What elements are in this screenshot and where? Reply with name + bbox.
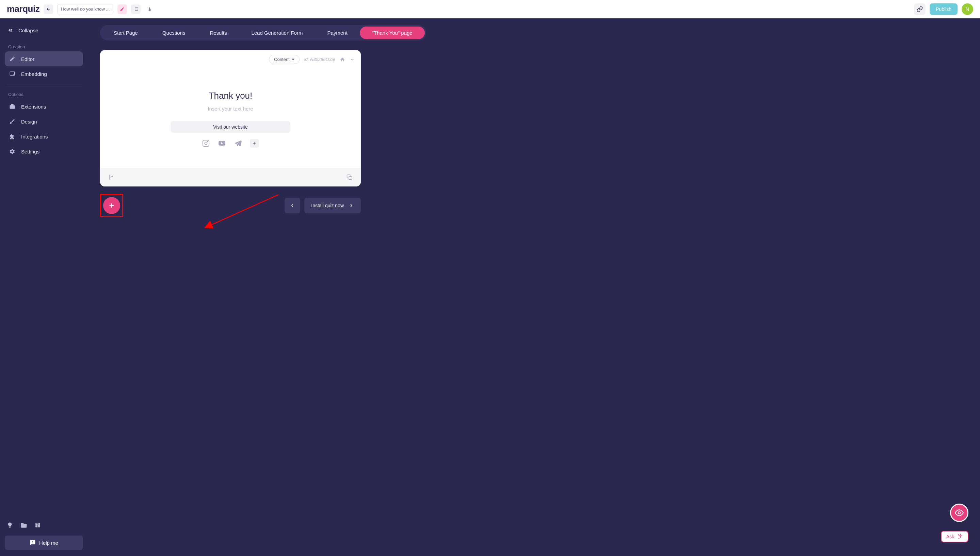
tab-thank-you[interactable]: "Thank You" page	[360, 27, 425, 39]
pencil-icon	[9, 55, 16, 62]
plus-icon	[108, 202, 115, 209]
sidebar-item-label: Design	[21, 119, 37, 124]
svg-point-22	[958, 512, 961, 514]
card-header: Content id: N80286O3aj	[100, 50, 361, 67]
svg-rect-9	[10, 72, 15, 76]
branch-icon	[108, 175, 114, 180]
card-menu-button[interactable]	[350, 57, 355, 62]
content-dropdown-label: Content	[274, 57, 289, 62]
chevron-right-icon	[349, 203, 354, 208]
help-me-button[interactable]: Help me	[5, 536, 83, 550]
sidebar-item-design[interactable]: Design	[5, 114, 83, 129]
editor-card: Content id: N80286O3aj Thank you! Insert…	[100, 50, 361, 186]
sidebar-item-label: Integrations	[21, 134, 48, 139]
tab-questions[interactable]: Questions	[150, 27, 198, 39]
svg-rect-18	[349, 176, 352, 179]
install-quiz-label: Install quiz now	[311, 203, 344, 208]
home-icon	[340, 57, 345, 62]
link-button[interactable]	[914, 3, 925, 15]
below-card-row: Install quiz now	[100, 194, 361, 217]
ai-sparkle-icon	[957, 533, 963, 540]
plus-icon	[252, 141, 257, 145]
embed-icon	[9, 70, 16, 77]
list-icon	[133, 6, 139, 11]
arrow-left-icon	[46, 7, 51, 11]
sidebar-item-embedding[interactable]: Embedding	[5, 66, 83, 81]
sidebar-item-label: Settings	[21, 149, 39, 155]
back-button[interactable]	[44, 5, 53, 14]
copy-icon	[346, 174, 353, 180]
sidebar-item-extensions[interactable]: Extensions	[5, 99, 83, 114]
youtube-button[interactable]	[218, 139, 226, 147]
social-row	[202, 139, 259, 148]
card-content: Thank you! Insert your text here Visit o…	[100, 67, 361, 168]
home-button[interactable]	[340, 57, 345, 62]
tabs: Start Page Questions Results Lead Genera…	[100, 25, 426, 40]
tab-payment[interactable]: Payment	[315, 27, 359, 39]
puzzle-icon	[9, 133, 16, 140]
branch-button[interactable]	[108, 175, 114, 180]
social-add-button[interactable]	[250, 139, 259, 148]
sidebar: Collapse Creation Editor Embedding Optio…	[0, 18, 88, 556]
upload-button[interactable]	[20, 522, 27, 530]
ask-label: Ask	[946, 534, 954, 539]
sidebar-item-label: Extensions	[21, 104, 46, 110]
quiz-name-field[interactable]: How well do you know ...	[57, 4, 113, 14]
folder-upload-icon	[20, 522, 27, 529]
pencil-icon	[120, 7, 125, 11]
preview-fab[interactable]	[950, 504, 969, 522]
eye-icon	[955, 508, 964, 517]
prev-button[interactable]	[285, 198, 300, 213]
sidebar-item-settings[interactable]: Settings	[5, 144, 83, 159]
tab-results[interactable]: Results	[197, 27, 239, 39]
nav-group: Install quiz now	[285, 198, 361, 213]
thank-you-title[interactable]: Thank you!	[209, 91, 252, 101]
publish-button[interactable]: Publish	[930, 3, 957, 15]
ask-ai-button[interactable]: Ask	[941, 531, 969, 542]
collapse-button[interactable]: Collapse	[5, 24, 83, 36]
card-footer	[100, 168, 361, 186]
instagram-button[interactable]	[202, 139, 210, 147]
collapse-label: Collapse	[18, 27, 38, 33]
lightbulb-button[interactable]	[7, 522, 13, 530]
tab-lead-form[interactable]: Lead Generation Form	[239, 27, 315, 39]
help-icon-button[interactable]	[35, 522, 41, 530]
extensions-icon	[9, 103, 16, 110]
add-fab-highlight	[100, 194, 123, 217]
bar-chart-icon	[147, 6, 152, 12]
svg-point-15	[109, 175, 110, 176]
divider	[6, 85, 82, 85]
lightbulb-icon	[7, 522, 13, 528]
chevron-left-icon	[289, 203, 295, 208]
telegram-icon	[234, 139, 242, 147]
logo: marquiz	[7, 4, 39, 14]
add-page-button[interactable]	[103, 197, 120, 214]
sidebar-item-integrations[interactable]: Integrations	[5, 129, 83, 144]
chevron-down-icon	[350, 57, 355, 62]
sidebar-item-editor[interactable]: Editor	[5, 52, 83, 66]
analytics-button[interactable]	[145, 5, 154, 14]
instagram-icon	[202, 139, 210, 147]
topbar: marquiz How well do you know ... Publish…	[0, 0, 980, 18]
section-label-options: Options	[5, 90, 83, 99]
gear-icon	[9, 148, 16, 155]
caret-down-icon	[292, 58, 294, 61]
sidebar-item-label: Embedding	[21, 71, 47, 77]
youtube-icon	[218, 139, 226, 147]
tab-start-page[interactable]: Start Page	[102, 27, 150, 39]
install-quiz-button[interactable]: Install quiz now	[304, 198, 361, 213]
link-icon	[917, 6, 923, 12]
avatar[interactable]: N	[962, 3, 973, 15]
collapse-icon	[8, 27, 14, 33]
thank-you-text-placeholder[interactable]: Insert your text here	[208, 106, 253, 112]
edit-button[interactable]	[117, 5, 127, 14]
question-icon	[35, 522, 41, 528]
sidebar-item-label: Editor	[21, 56, 34, 62]
visit-website-button[interactable]: Visit our website	[171, 121, 290, 133]
list-button[interactable]	[131, 5, 141, 14]
svg-point-11	[205, 142, 207, 144]
content-dropdown[interactable]: Content	[269, 55, 299, 64]
telegram-button[interactable]	[234, 139, 242, 147]
section-label-creation: Creation	[5, 42, 83, 52]
copy-button[interactable]	[346, 174, 353, 180]
